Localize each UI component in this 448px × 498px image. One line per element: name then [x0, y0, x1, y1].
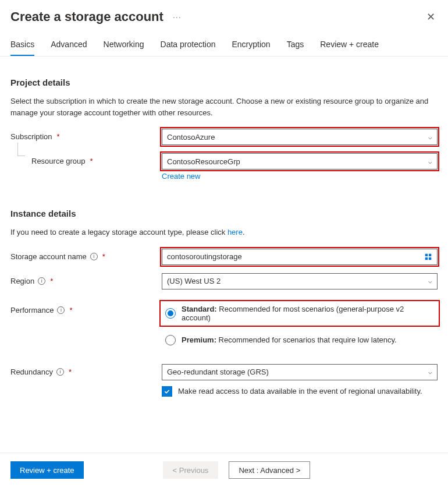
- chevron-down-icon: ⌵: [428, 277, 432, 285]
- read-access-label: Make read access to data available in th…: [178, 387, 422, 395]
- svg-rect-0: [425, 253, 428, 256]
- region-value: (US) West US 2: [167, 277, 221, 285]
- chevron-down-icon: ⌵: [428, 133, 432, 141]
- check-icon: [163, 388, 170, 395]
- tab-data-protection[interactable]: Data protection: [161, 40, 216, 56]
- required-icon: *: [102, 252, 105, 261]
- instance-details-description: If you need to create a legacy storage a…: [10, 227, 438, 238]
- subscription-select[interactable]: ContosoAzure ⌵: [162, 129, 438, 145]
- form-scroll-area[interactable]: Project details Select the subscription …: [0, 56, 448, 453]
- storage-icon: [424, 253, 432, 261]
- required-icon: *: [90, 157, 93, 165]
- close-icon[interactable]: ✕: [424, 8, 438, 26]
- performance-label: Performance: [10, 306, 54, 315]
- create-new-link[interactable]: Create new: [162, 172, 200, 181]
- redundancy-select[interactable]: Geo-redundant storage (GRS) ⌵: [162, 364, 438, 380]
- required-icon: *: [69, 306, 72, 315]
- storage-account-name-value: contosoroutingstorage: [167, 252, 242, 261]
- resource-group-label: Resource group: [31, 157, 86, 165]
- tab-review-create[interactable]: Review + create: [320, 40, 379, 56]
- instance-details-heading: Instance details: [10, 209, 438, 218]
- tab-advanced[interactable]: Advanced: [51, 40, 87, 56]
- project-details-heading: Project details: [10, 77, 438, 87]
- region-label: Region: [10, 277, 34, 285]
- next-button[interactable]: Next : Advanced >: [229, 461, 310, 479]
- resource-group-value: ContosoResourceGrp: [167, 157, 240, 166]
- legacy-here-link[interactable]: here: [227, 228, 243, 236]
- info-icon[interactable]: i: [57, 306, 65, 314]
- resource-group-select[interactable]: ContosoResourceGrp ⌵: [162, 153, 438, 169]
- performance-standard-radio[interactable]: Standard: Recommended for most scenarios…: [162, 302, 438, 324]
- svg-rect-2: [425, 257, 428, 259]
- read-access-checkbox[interactable]: [162, 386, 172, 397]
- info-icon[interactable]: i: [38, 277, 45, 285]
- storage-account-name-label: Storage account name: [10, 252, 87, 261]
- svg-rect-1: [429, 253, 431, 256]
- info-icon[interactable]: i: [90, 253, 98, 260]
- chevron-down-icon: ⌵: [428, 158, 432, 165]
- radio-unchecked-icon: [165, 335, 176, 345]
- subscription-label: Subscription: [10, 132, 52, 141]
- tab-tags[interactable]: Tags: [287, 40, 304, 56]
- subscription-value: ContosoAzure: [167, 133, 215, 142]
- redundancy-label: Redundancy: [10, 368, 53, 376]
- project-details-description: Select the subscription in which to crea…: [10, 96, 438, 118]
- page-title: Create a storage account: [10, 9, 163, 24]
- storage-account-name-input[interactable]: contosoroutingstorage: [162, 249, 438, 265]
- required-icon: *: [57, 132, 60, 141]
- redundancy-value: Geo-redundant storage (GRS): [167, 368, 269, 376]
- required-icon: *: [50, 277, 53, 285]
- region-select[interactable]: (US) West US 2 ⌵: [162, 273, 438, 289]
- review-create-button[interactable]: Review + create: [10, 461, 84, 479]
- tab-basics[interactable]: Basics: [10, 40, 34, 56]
- tabs: Basics Advanced Networking Data protecti…: [0, 30, 448, 56]
- performance-premium-radio[interactable]: Premium: Recommended for scenarios that …: [162, 333, 438, 348]
- previous-button: < Previous: [163, 461, 219, 479]
- radio-checked-icon: [165, 308, 176, 319]
- info-icon[interactable]: i: [56, 368, 64, 376]
- tab-encryption[interactable]: Encryption: [232, 40, 271, 56]
- required-icon: *: [69, 368, 72, 376]
- tab-networking[interactable]: Networking: [104, 40, 144, 56]
- svg-rect-3: [429, 257, 431, 259]
- more-icon[interactable]: ···: [173, 12, 182, 22]
- chevron-down-icon: ⌵: [428, 368, 432, 376]
